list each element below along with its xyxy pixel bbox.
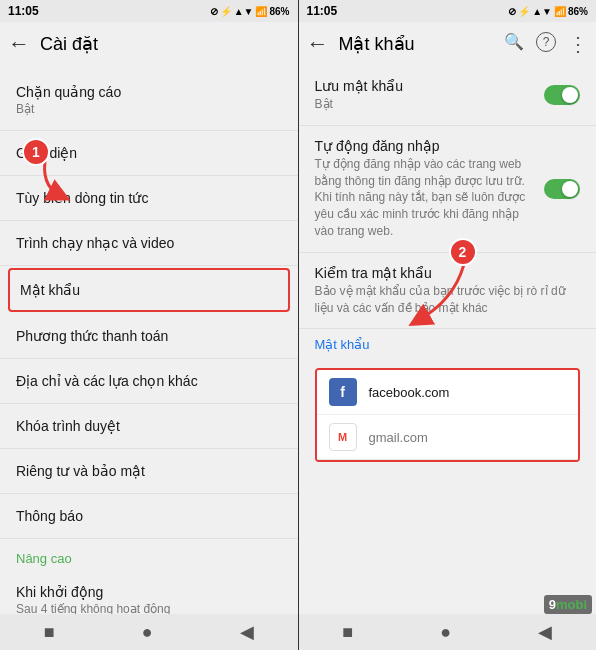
right-top-bar: ← Mật khẩu 🔍 ? ⋮ <box>299 22 597 66</box>
password-domain-facebook: facebook.com <box>369 385 450 400</box>
mat-khau-link-container: Mật khẩu <box>299 329 597 368</box>
nav-square-button[interactable]: ■ <box>28 618 71 647</box>
left-back-button[interactable]: ← <box>8 31 30 57</box>
nav-triangle-button[interactable]: ◀ <box>224 617 270 647</box>
mat-khau-link[interactable]: Mật khẩu <box>315 333 581 360</box>
settings-item-block-ads[interactable]: Chặn quảng cáo Bật <box>0 70 298 131</box>
settings-item-startup-title: Khi khởi động <box>16 584 282 600</box>
right-status-bar: 11:05 ⊘ ⚡ ▲▼ 📶 86% <box>299 0 597 22</box>
left-nav-bar: ■ ● ◀ <box>0 614 298 650</box>
auto-login-toggle[interactable] <box>544 179 580 199</box>
left-time: 11:05 <box>8 4 39 18</box>
left-top-bar: ← Cài đặt <box>0 22 298 66</box>
right-content: Lưu mật khẩu Bật Tự động đăng nhập Tự độ… <box>299 66 597 614</box>
password-item-facebook[interactable]: f facebook.com <box>317 370 579 414</box>
settings-item-payment-title: Phương thức thanh toán <box>16 328 282 344</box>
help-icon[interactable]: ? <box>536 32 556 52</box>
left-phone: 11:05 ⊘ ⚡ ▲▼ 📶 86% ← Cài đặt Chặn quảng … <box>0 0 298 650</box>
settings-item-startup[interactable]: Khi khởi động Sau 4 tiếng không hoạt độn… <box>0 570 298 614</box>
settings-item-news-title: Tùy biến dòng tin tức <box>16 190 282 206</box>
settings-item-password[interactable]: Mật khẩu <box>8 268 290 312</box>
favicon-gmail: M <box>329 423 357 451</box>
nav-right-circle-button[interactable]: ● <box>424 618 467 647</box>
check-password-title: Kiểm tra mật khẩu <box>315 265 581 281</box>
right-phone: 11:05 ⊘ ⚡ ▲▼ 📶 86% ← Mật khẩu 🔍 ? ⋮ Lưu … <box>298 0 597 650</box>
password-list: f facebook.com M gmail.com <box>299 368 597 462</box>
auto-login-desc: Tự động đăng nhập vào các trang web bằng… <box>315 156 537 240</box>
settings-item-address-title: Địa chỉ và các lựa chọn khác <box>16 373 282 389</box>
highlighted-password-box: f facebook.com M gmail.com <box>315 368 581 462</box>
settings-item-lock-title: Khóa trình duyệt <box>16 418 282 434</box>
right-page-title: Mật khẩu <box>339 33 505 55</box>
save-password-row: Lưu mật khẩu Bật <box>315 78 581 113</box>
save-password-toggle[interactable] <box>544 85 580 105</box>
password-item-gmail[interactable]: M gmail.com <box>317 414 579 460</box>
favicon-facebook: f <box>329 378 357 406</box>
settings-item-media-title: Trình chạy nhạc và video <box>16 235 282 251</box>
settings-item-privacy[interactable]: Riêng tư và bảo mật <box>0 449 298 494</box>
settings-item-block-ads-title: Chặn quảng cáo <box>16 84 282 100</box>
section-save-password: Lưu mật khẩu Bật <box>299 66 597 126</box>
nav-right-triangle-button[interactable]: ◀ <box>522 617 568 647</box>
check-password-desc: Bảo vệ mật khẩu của bạn trước việc bị rò… <box>315 283 581 317</box>
section-auto-login: Tự động đăng nhập Tự động đăng nhập vào … <box>299 126 597 253</box>
watermark: 9mobi <box>544 595 592 614</box>
section-advanced-header: Nâng cao <box>0 539 298 570</box>
auto-login-row: Tự động đăng nhập Tự động đăng nhập vào … <box>315 138 581 240</box>
settings-item-privacy-title: Riêng tư và bảo mật <box>16 463 282 479</box>
settings-item-news[interactable]: Tùy biến dòng tin tức <box>0 176 298 221</box>
nav-circle-button[interactable]: ● <box>126 618 169 647</box>
auto-login-title: Tự động đăng nhập <box>315 138 537 154</box>
settings-item-startup-sub: Sau 4 tiếng không hoạt động <box>16 602 282 614</box>
right-time: 11:05 <box>307 4 338 18</box>
settings-item-interface-title: Giao diện <box>16 145 282 161</box>
settings-item-notifications[interactable]: Thông báo <box>0 494 298 539</box>
more-icon[interactable]: ⋮ <box>568 32 588 56</box>
right-back-button[interactable]: ← <box>307 31 329 57</box>
settings-item-media[interactable]: Trình chạy nhạc và video <box>0 221 298 266</box>
right-status-icons: ⊘ ⚡ ▲▼ 📶 86% <box>508 6 588 17</box>
nav-right-square-button[interactable]: ■ <box>326 618 369 647</box>
save-password-desc: Bật <box>315 96 403 113</box>
left-page-title: Cài đặt <box>40 33 290 55</box>
settings-item-password-title: Mật khẩu <box>20 282 278 298</box>
right-nav-bar: ■ ● ◀ <box>299 614 597 650</box>
password-domain-gmail: gmail.com <box>369 430 428 445</box>
search-icon[interactable]: 🔍 <box>504 32 524 56</box>
annotation-1: 1 <box>22 138 50 166</box>
settings-item-block-ads-sub: Bật <box>16 102 282 116</box>
save-password-title: Lưu mật khẩu <box>315 78 403 94</box>
right-top-icons: 🔍 ? ⋮ <box>504 32 588 56</box>
settings-item-payment[interactable]: Phương thức thanh toán <box>0 314 298 359</box>
settings-item-lock[interactable]: Khóa trình duyệt <box>0 404 298 449</box>
settings-item-address[interactable]: Địa chỉ và các lựa chọn khác <box>0 359 298 404</box>
settings-item-notifications-title: Thông báo <box>16 508 282 524</box>
left-status-bar: 11:05 ⊘ ⚡ ▲▼ 📶 86% <box>0 0 298 22</box>
left-status-icons: ⊘ ⚡ ▲▼ 📶 86% <box>210 6 290 17</box>
annotation-2: 2 <box>449 238 477 266</box>
section-check-password: Kiểm tra mật khẩu Bảo vệ mật khẩu của bạ… <box>299 253 597 330</box>
